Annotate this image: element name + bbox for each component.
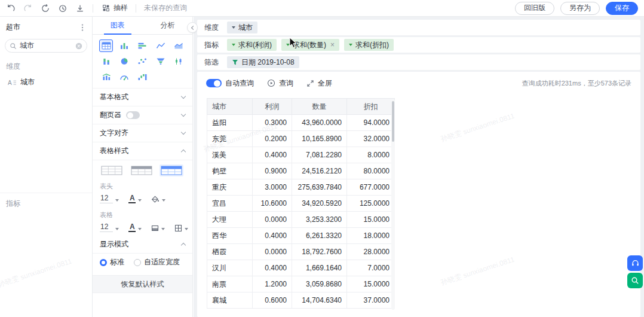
caret-down-icon	[349, 44, 352, 46]
caret-down-icon	[232, 26, 235, 29]
body-fill-picker[interactable]	[151, 224, 165, 232]
table-row: 益阳0.300043,960.000094.0000	[207, 115, 395, 131]
table-style-plain-icon[interactable]	[100, 164, 124, 176]
chevron-down-icon	[181, 130, 186, 135]
result-table: 城市利润数量折扣 益阳0.300043,960.000094.0000东莞0.2…	[207, 98, 395, 309]
dataset-menu-icon[interactable]	[79, 23, 86, 32]
tag-remove-icon[interactable]: ×	[330, 41, 335, 49]
chart-type-area-icon[interactable]	[172, 39, 186, 52]
tab-chart[interactable]: 图表	[93, 17, 143, 34]
table-cell: 重庆	[207, 179, 253, 196]
chart-type-candlestick-icon[interactable]	[172, 55, 186, 68]
save-as-button[interactable]: 另存为	[560, 2, 600, 15]
body-border-picker[interactable]	[174, 224, 188, 232]
chart-type-table-icon[interactable]	[99, 39, 113, 52]
table-cell: 34,920.5920	[292, 196, 347, 212]
header-background-color-picker[interactable]	[151, 196, 165, 203]
table-cell: 8.0000	[347, 147, 395, 163]
metric-tag-sum-discount[interactable]: 求和(折扣)	[344, 39, 394, 51]
feedback-search-button[interactable]	[627, 273, 643, 288]
font-size-value: 12	[100, 222, 113, 232]
section-text-align[interactable]: 文字对齐	[93, 124, 192, 142]
chart-type-stacked-column-icon[interactable]	[99, 55, 113, 68]
table-scrollbar-track[interactable]	[391, 99, 395, 310]
pager-toggle[interactable]	[126, 111, 140, 119]
filter-tag-date[interactable]: 日期 2019-10-08	[227, 56, 299, 68]
table-row: 宜昌10.600034,920.5920125.0000	[207, 196, 395, 212]
run-query-button[interactable]: 查询	[267, 78, 293, 89]
table-cell: 0.0000	[253, 212, 292, 228]
panel-collapse-button[interactable]	[187, 22, 198, 33]
fullscreen-button[interactable]: 全屏	[306, 78, 332, 89]
chart-type-combo-icon[interactable]	[99, 71, 113, 83]
table-cell: 3,059.8680	[292, 276, 347, 292]
table-row: 汉川0.40001,669.16407.0000	[207, 260, 395, 276]
toolbar-divider	[93, 4, 93, 13]
download-icon[interactable]	[75, 4, 85, 13]
chart-type-bar-icon[interactable]	[136, 39, 149, 52]
back-to-old-version-button[interactable]: 回旧版	[515, 2, 554, 15]
chart-type-column-icon[interactable]	[117, 39, 131, 52]
table-row: 栖霞0.000018,792.760028.0000	[207, 244, 395, 260]
sampling-button[interactable]: 抽样	[101, 3, 128, 13]
table-row: 重庆3.0000275,639.7840677.0000	[207, 179, 395, 196]
table-cell: 0.4000	[253, 260, 292, 276]
undo-icon[interactable]	[6, 4, 16, 13]
body-font-size-dropdown[interactable]: 12	[100, 222, 119, 232]
auto-query-toggle[interactable]	[206, 79, 222, 87]
table-cell: 43,960.0000	[292, 115, 347, 131]
table-style-gray-header-icon[interactable]	[130, 164, 154, 176]
chart-type-scatter-icon[interactable]	[136, 55, 149, 68]
tag-label: 求和(折扣)	[355, 40, 389, 50]
save-button[interactable]: 保存	[606, 2, 638, 15]
support-chat-button[interactable]	[627, 255, 643, 271]
section-pager[interactable]: 翻页器	[93, 106, 192, 124]
chart-type-waterfall-icon[interactable]	[136, 71, 149, 83]
tag-label: 求和(数量)	[293, 40, 326, 50]
search-clear-icon[interactable]	[75, 42, 82, 50]
metric-shelf: 指标 求和(利润) 求和(数量) × 求和(折扣)	[197, 37, 640, 53]
history-icon[interactable]	[58, 4, 68, 13]
metric-tag-sum-quantity[interactable]: 求和(数量) ×	[281, 39, 339, 51]
header-font-size-dropdown[interactable]: 12	[100, 194, 119, 203]
chevron-up-icon	[181, 150, 186, 154]
tab-analysis[interactable]: 分析	[143, 17, 193, 34]
table-cell: 东莞	[207, 131, 253, 147]
radio-adaptive-width[interactable]: 自适应宽度	[134, 257, 180, 267]
radio-standard[interactable]: 标准	[100, 257, 124, 267]
font-color-icon: A	[128, 223, 136, 233]
table-row: 南票1.20003,059.868015.0000	[207, 276, 395, 292]
result-table-head-row: 城市利润数量折扣	[207, 99, 395, 115]
table-scrollbar-thumb[interactable]	[392, 101, 394, 142]
header-font-color-picker[interactable]: A	[128, 194, 142, 204]
section-table-style[interactable]: 表格样式	[93, 142, 192, 160]
redo-icon[interactable]	[23, 4, 33, 13]
section-basic-format[interactable]: 基本格式	[93, 89, 192, 106]
chart-type-pie-icon[interactable]	[117, 55, 131, 68]
chart-type-funnel-icon[interactable]	[154, 55, 167, 68]
table-cell: 6,261.3320	[292, 228, 347, 244]
chart-type-line-icon[interactable]	[154, 39, 167, 52]
section-display-mode[interactable]: 显示模式	[93, 236, 192, 254]
caret-down-icon	[232, 44, 235, 46]
table-cell: 10.6000	[253, 196, 292, 212]
metric-tag-sum-profit[interactable]: 求和(利润)	[227, 39, 277, 51]
caret-down-icon	[138, 199, 142, 202]
refresh-icon[interactable]	[41, 4, 50, 13]
table-cell: 32.0000	[347, 131, 395, 147]
caret-down-icon	[162, 199, 165, 202]
dimension-field-city[interactable]: A 城市	[0, 74, 92, 90]
field-search-box[interactable]	[5, 39, 87, 53]
table-style-blue-header-icon[interactable]	[160, 164, 183, 176]
caret-down-icon	[138, 228, 142, 230]
reset-default-style-button[interactable]: 恢复默认样式	[93, 275, 192, 293]
body-font-color-picker[interactable]: A	[128, 223, 142, 233]
chevron-down-icon	[181, 94, 186, 99]
dimension-tag-city[interactable]: 城市	[227, 22, 257, 33]
field-search-input[interactable]	[20, 42, 72, 50]
table-row: 西华0.40006,261.332018.0000	[207, 228, 395, 244]
dimensions-section-label: 维度	[0, 54, 92, 74]
chart-type-gauge-icon[interactable]	[117, 71, 131, 83]
radio-dot-icon	[100, 259, 107, 266]
caret-down-icon	[161, 228, 165, 230]
